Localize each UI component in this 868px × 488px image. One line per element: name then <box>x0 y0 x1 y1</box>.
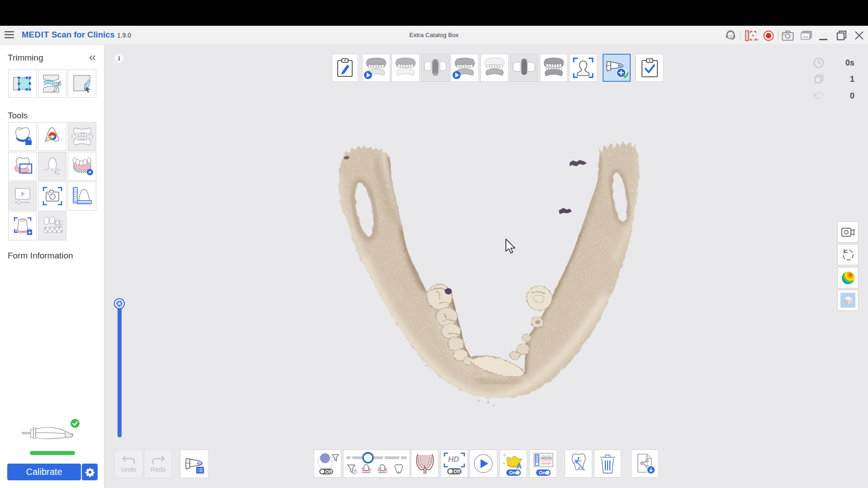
svg-text:On: On <box>539 470 546 475</box>
svg-text:Off: Off <box>325 469 332 474</box>
svg-text:Off: Off <box>453 469 461 474</box>
svg-text:A: A <box>516 462 522 470</box>
svg-text:HD: HD <box>448 455 459 464</box>
svg-text:On: On <box>509 470 516 475</box>
